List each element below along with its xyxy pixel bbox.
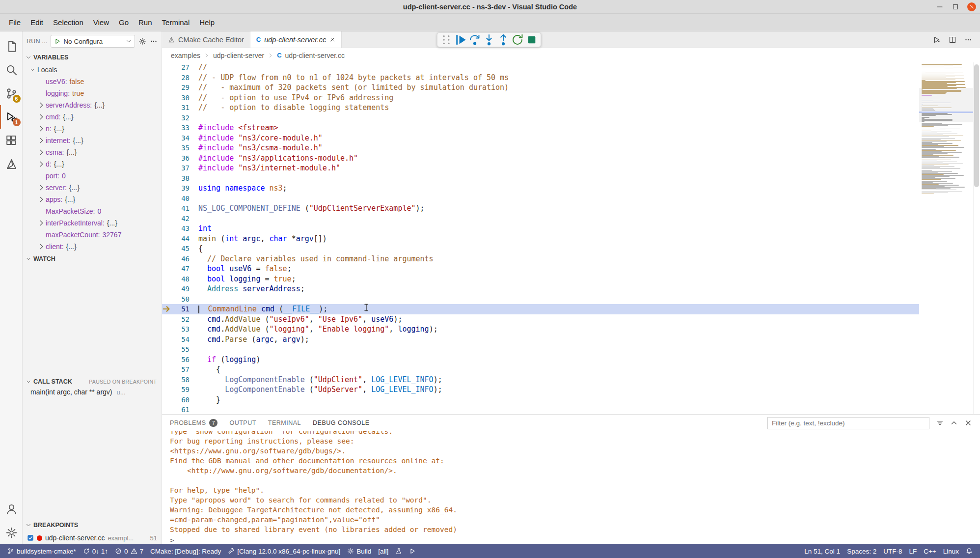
tab-terminal[interactable]: TERMINAL xyxy=(268,415,301,431)
chevron-right-icon[interactable] xyxy=(37,101,46,109)
code-line[interactable]: 57 { xyxy=(162,364,919,375)
split-editor-icon[interactable] xyxy=(949,36,956,44)
code-line[interactable]: 59 LogComponentEnable ("UdpServer", LOG_… xyxy=(162,385,919,395)
code-line[interactable]: 28// - UDP flow from n0 to n1 of 1024 by… xyxy=(162,73,919,83)
chevron-right-icon[interactable] xyxy=(37,184,46,192)
line-number[interactable]: 31 xyxy=(173,104,190,112)
code-line[interactable]: 45{ xyxy=(162,244,919,254)
code-line[interactable]: 47 bool useV6 = false; xyxy=(162,264,919,274)
code-line[interactable]: 44main (int argc, char *argv[]) xyxy=(162,234,919,244)
menu-file[interactable]: File xyxy=(4,16,26,29)
code-line[interactable]: 58 LogComponentEnable ("UdpClient", LOG_… xyxy=(162,375,919,385)
menu-edit[interactable]: Edit xyxy=(26,16,48,29)
menu-run[interactable]: Run xyxy=(134,16,157,29)
tab-problems[interactable]: PROBLEMS 7 xyxy=(170,415,218,431)
code-line[interactable]: 51 CommandLine cmd (__FILE__); xyxy=(162,304,919,314)
code-line[interactable]: 29// - maximum of 320 packets sent (or l… xyxy=(162,83,919,93)
encoding-item[interactable]: UTF-8 xyxy=(880,544,905,558)
variable-row[interactable]: apps:{...} xyxy=(23,194,162,205)
line-number[interactable]: 56 xyxy=(173,356,190,363)
code-line[interactable]: 42 xyxy=(162,214,919,224)
cmake-status-item[interactable]: CMake: [Debug]: Ready xyxy=(147,544,224,558)
line-number[interactable]: 40 xyxy=(173,195,190,202)
cursor-position-item[interactable]: Ln 51, Col 1 xyxy=(801,544,844,558)
line-number[interactable]: 52 xyxy=(173,315,190,323)
line-number[interactable]: 42 xyxy=(173,215,190,223)
console-filter-input[interactable] xyxy=(767,417,929,429)
line-number[interactable]: 38 xyxy=(173,174,190,182)
tab-output[interactable]: OUTPUT xyxy=(229,415,256,431)
menu-view[interactable]: View xyxy=(88,16,114,29)
line-number[interactable]: 61 xyxy=(173,406,190,414)
breadcrumb-examples[interactable]: examples xyxy=(171,52,200,59)
views-more-actions-icon[interactable] xyxy=(150,37,158,45)
variable-row[interactable]: serverAddress:{...} xyxy=(23,99,162,111)
menu-selection[interactable]: Selection xyxy=(48,16,88,29)
variable-row[interactable]: d:{...} xyxy=(23,158,162,170)
editor-scrollbar[interactable] xyxy=(973,62,980,414)
chevron-right-icon[interactable] xyxy=(37,148,46,156)
code-editor[interactable]: 27//28// - UDP flow from n0 to n1 of 102… xyxy=(162,62,980,414)
variable-row[interactable]: maxPacketCount:32767 xyxy=(23,229,162,241)
restart-button[interactable] xyxy=(511,33,524,46)
code-line[interactable]: 55 xyxy=(162,344,919,355)
line-number[interactable]: 43 xyxy=(173,224,190,232)
variable-row[interactable]: port:0 xyxy=(23,170,162,182)
menu-terminal[interactable]: Terminal xyxy=(157,16,195,29)
variable-row[interactable]: cmd:{...} xyxy=(23,111,162,123)
variable-row[interactable]: useV6:false xyxy=(23,76,162,87)
variable-row[interactable]: client:{...} xyxy=(23,241,162,252)
line-number[interactable]: 28 xyxy=(173,74,190,82)
start-debug-icon[interactable] xyxy=(54,38,61,45)
activity-search[interactable] xyxy=(0,58,23,82)
chevron-right-icon[interactable] xyxy=(37,160,46,168)
chevron-right-icon[interactable] xyxy=(37,125,46,133)
chevron-right-icon[interactable] xyxy=(37,219,46,227)
ctest-item[interactable] xyxy=(392,544,406,558)
console-prompt[interactable]: > xyxy=(170,534,980,544)
activity-account[interactable] xyxy=(0,497,23,521)
continue-button[interactable] xyxy=(454,33,467,46)
line-number[interactable]: 44 xyxy=(173,235,190,243)
git-branch-item[interactable]: buildsystem-cmake* xyxy=(4,544,80,558)
menu-help[interactable]: Help xyxy=(194,16,219,29)
activity-extensions[interactable] xyxy=(0,129,23,152)
git-sync-item[interactable]: 0↓ 1↑ xyxy=(80,544,111,558)
line-number[interactable]: 39 xyxy=(173,184,190,192)
line-number[interactable]: 60 xyxy=(173,396,190,404)
problems-status-item[interactable]: 0 7 xyxy=(111,544,147,558)
code-line[interactable]: 32 xyxy=(162,113,919,123)
menu-go[interactable]: Go xyxy=(114,16,134,29)
code-line[interactable]: 49 Address serverAddress; xyxy=(162,284,919,294)
line-number[interactable]: 30 xyxy=(173,94,190,102)
line-number[interactable]: 41 xyxy=(173,204,190,212)
code-line[interactable]: 38 xyxy=(162,173,919,184)
activity-settings[interactable] xyxy=(0,521,23,544)
launch-config-dropdown[interactable]: No Configura xyxy=(51,35,135,48)
breakpoints-section-header[interactable]: BREAKPOINTS xyxy=(23,519,162,531)
maximize-panel-icon[interactable] xyxy=(950,419,958,427)
minimize-icon[interactable] xyxy=(936,3,944,11)
code-line[interactable]: 48 bool logging = true; xyxy=(162,274,919,284)
chevron-right-icon[interactable] xyxy=(37,195,46,203)
line-number[interactable]: 36 xyxy=(173,154,190,162)
eol-item[interactable]: LF xyxy=(905,544,920,558)
activity-source-control[interactable]: 6 xyxy=(0,82,23,105)
code-line[interactable]: 53 cmd.AddValue ("logging", "Enable logg… xyxy=(162,324,919,335)
language-mode-item[interactable]: C++ xyxy=(920,544,940,558)
breakpoint-enabled-checkbox[interactable] xyxy=(27,534,34,541)
line-number[interactable]: 48 xyxy=(173,275,190,283)
code-line[interactable]: 34#include "ns3/core-module.h" xyxy=(162,133,919,143)
line-number[interactable]: 47 xyxy=(173,265,190,273)
tab-cmake-cache-editor[interactable]: CMake Cache Editor xyxy=(162,31,250,48)
variable-row[interactable]: MaxPacketSize:0 xyxy=(23,205,162,217)
tab-debug-console[interactable]: DEBUG CONSOLE xyxy=(313,415,370,431)
variable-row[interactable]: interPacketInterval:{...} xyxy=(23,217,162,229)
line-number[interactable]: 54 xyxy=(173,335,190,343)
code-line[interactable]: 43int xyxy=(162,223,919,234)
line-number[interactable]: 46 xyxy=(173,255,190,263)
line-number[interactable]: 33 xyxy=(173,124,190,132)
code-line[interactable]: 30// - option to use IPv4 or IPv6 addres… xyxy=(162,93,919,103)
code-line[interactable]: 27// xyxy=(162,62,919,73)
code-line[interactable]: 60 } xyxy=(162,395,919,405)
